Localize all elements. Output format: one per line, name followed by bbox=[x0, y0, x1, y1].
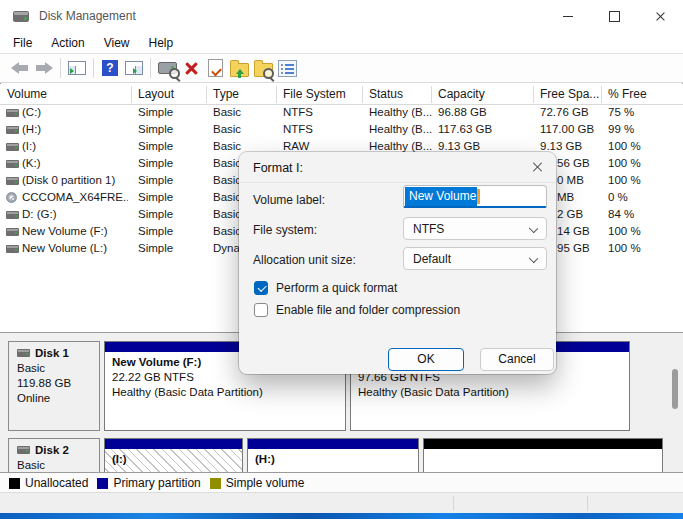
action-pane-icon[interactable] bbox=[122, 56, 146, 80]
column-separator[interactable] bbox=[533, 86, 534, 103]
partition-body bbox=[424, 449, 662, 473]
cell-volume: (I:) bbox=[22, 140, 128, 152]
cell-layout: Simple bbox=[138, 106, 173, 118]
column-header[interactable]: Status bbox=[369, 87, 403, 101]
cell-status: Healthy (B... bbox=[369, 123, 432, 135]
ok-button[interactable]: OK bbox=[388, 348, 464, 371]
cell-free-space: 95 GB bbox=[557, 242, 590, 254]
toolbar-separator bbox=[93, 58, 94, 78]
cell-percent-free: 100 % bbox=[608, 140, 641, 152]
cell-percent-free: 100 % bbox=[608, 157, 641, 169]
disk-row: Disk 2Basic(I:)(H:) bbox=[0, 438, 683, 473]
close-icon bbox=[655, 11, 666, 22]
cell-type: Basic bbox=[213, 191, 241, 203]
cell-percent-free: 84 % bbox=[608, 208, 634, 220]
partition-box[interactable] bbox=[423, 438, 663, 473]
forward-arrow-icon[interactable] bbox=[32, 56, 56, 80]
format-dialog: Format I: Volume label: New Volume File … bbox=[239, 152, 556, 374]
dialog-close-icon[interactable] bbox=[531, 161, 543, 173]
minimize-button[interactable] bbox=[545, 0, 591, 32]
cell-volume: New Volume (F:) bbox=[22, 225, 128, 237]
menu-view[interactable]: View bbox=[96, 34, 138, 52]
cd-drive-icon bbox=[6, 192, 17, 203]
cell-file-system: NTFS bbox=[283, 106, 313, 118]
cell-free-space: 0 MB bbox=[557, 174, 584, 186]
delete-icon[interactable] bbox=[179, 56, 203, 80]
partition-box[interactable]: (H:) bbox=[247, 438, 419, 473]
column-separator[interactable] bbox=[131, 86, 132, 103]
disk-volume-icon bbox=[6, 160, 19, 168]
disk-info-line: Online bbox=[17, 391, 99, 406]
column-header[interactable]: Volume bbox=[7, 87, 47, 101]
close-button[interactable] bbox=[637, 0, 683, 32]
compression-checkbox[interactable] bbox=[254, 303, 268, 317]
cell-percent-free: 75 % bbox=[608, 106, 634, 118]
column-separator[interactable] bbox=[276, 86, 277, 103]
table-row[interactable]: (C:)SimpleBasicNTFSHealthy (B...96.88 GB… bbox=[0, 104, 683, 121]
column-header[interactable]: File System bbox=[283, 87, 346, 101]
disk-volume-icon bbox=[6, 211, 19, 219]
legend-color-swatch bbox=[9, 478, 20, 489]
compression-row: Enable file and folder compression bbox=[254, 303, 460, 317]
back-arrow-icon[interactable] bbox=[8, 56, 32, 80]
toolbar-separator bbox=[60, 58, 61, 78]
folder-search-icon[interactable] bbox=[251, 56, 275, 80]
help-icon[interactable]: ? bbox=[98, 56, 122, 80]
column-header[interactable]: % Free bbox=[608, 87, 647, 101]
table-row[interactable]: (H:)SimpleBasicNTFSHealthy (B...117.63 G… bbox=[0, 121, 683, 138]
console-tree-icon[interactable] bbox=[65, 56, 89, 80]
device-search-icon[interactable] bbox=[155, 56, 179, 80]
disk-icon bbox=[17, 446, 30, 454]
cell-type: Basic bbox=[213, 208, 241, 220]
partition-body: (H:) bbox=[248, 449, 418, 473]
title-bar: Disk Management bbox=[0, 0, 683, 32]
file-system-select[interactable]: NTFS bbox=[403, 217, 547, 240]
disk-info-line: Basic bbox=[17, 361, 99, 376]
cell-percent-free: 100 % bbox=[608, 174, 641, 186]
cell-type: Basic bbox=[213, 140, 241, 152]
column-separator[interactable] bbox=[431, 86, 432, 103]
volume-label-input[interactable]: New Volume bbox=[403, 185, 547, 208]
disk-volume-icon bbox=[6, 228, 19, 236]
allocation-unit-value: Default bbox=[413, 252, 451, 266]
menu-file[interactable]: File bbox=[5, 34, 40, 52]
window-title: Disk Management bbox=[39, 9, 136, 23]
legend-label: Simple volume bbox=[226, 476, 305, 490]
cell-layout: Simple bbox=[138, 140, 173, 152]
status-separator bbox=[453, 496, 454, 511]
cancel-button[interactable]: Cancel bbox=[480, 348, 554, 371]
quick-format-checkbox[interactable] bbox=[254, 281, 268, 295]
column-header[interactable]: Free Spa... bbox=[540, 87, 599, 101]
disk-info-line: 119.88 GB bbox=[17, 376, 99, 391]
column-separator[interactable] bbox=[362, 86, 363, 103]
partition-name: (H:) bbox=[255, 452, 418, 467]
minimize-icon bbox=[563, 16, 573, 17]
menu-action[interactable]: Action bbox=[43, 34, 92, 52]
maximize-button[interactable] bbox=[591, 0, 637, 32]
column-header[interactable]: Layout bbox=[138, 87, 174, 101]
disk-header[interactable]: Disk 1Basic119.88 GBOnline bbox=[8, 341, 100, 431]
disk-icon bbox=[17, 349, 30, 357]
cell-free-space: 2 GB bbox=[557, 208, 583, 220]
cell-type: Basic bbox=[213, 174, 241, 186]
cell-free-space: 117.00 GB bbox=[540, 123, 594, 135]
column-header[interactable]: Type bbox=[213, 87, 239, 101]
disk-header[interactable]: Disk 2Basic bbox=[8, 438, 100, 473]
disk-volume-icon bbox=[6, 109, 19, 117]
properties-icon[interactable] bbox=[275, 56, 299, 80]
partition-box[interactable]: (I:) bbox=[104, 438, 243, 473]
cell-layout: Simple bbox=[138, 157, 173, 169]
allocation-unit-select[interactable]: Default bbox=[403, 247, 547, 270]
cell-file-system: NTFS bbox=[283, 123, 313, 135]
column-separator[interactable] bbox=[601, 86, 602, 103]
column-separator[interactable] bbox=[206, 86, 207, 103]
menu-help[interactable]: Help bbox=[141, 34, 182, 52]
cell-status: Healthy (B... bbox=[369, 140, 432, 152]
toolbar: ? bbox=[0, 53, 683, 83]
disk-volume-icon bbox=[6, 126, 19, 134]
cell-volume: (H:) bbox=[22, 123, 128, 135]
check-document-icon[interactable] bbox=[203, 56, 227, 80]
column-header[interactable]: Capacity bbox=[438, 87, 485, 101]
folder-up-icon[interactable] bbox=[227, 56, 251, 80]
compression-label: Enable file and folder compression bbox=[276, 303, 460, 317]
